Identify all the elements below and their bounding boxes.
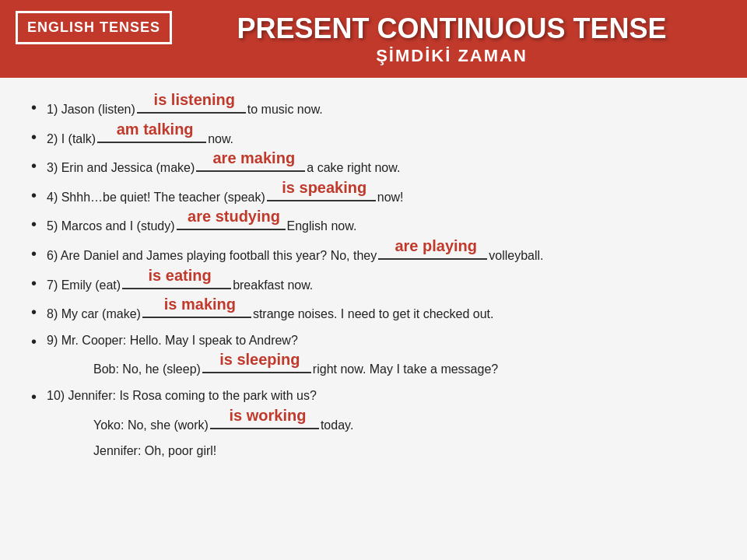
- sub-10-0-blank: is working: [210, 412, 319, 429]
- sentence-5-before: 5) Marcos and I (study): [47, 216, 175, 236]
- list-item-4: 4) Shhh…be quiet! The teacher (speak) is…: [31, 181, 724, 211]
- main-title: PRESENT CONTINUOUS TENSE: [172, 12, 731, 45]
- sentence-3-answer: are making: [212, 145, 295, 170]
- sub-line-9-0: Bob: No, he (sleep) is sleeping right no…: [31, 353, 724, 383]
- sentences-list: 1) Jason (listen) is listening to music …: [31, 93, 724, 464]
- sentence-7-answer: is eating: [149, 263, 212, 288]
- sentence-7-blank: is eating: [122, 272, 231, 289]
- header-center: PRESENT CONTINUOUS TENSE ŞİMDİKİ ZAMAN: [172, 12, 731, 65]
- sentence-6-after: volleyball.: [489, 246, 543, 266]
- sub-title: ŞİMDİKİ ZAMAN: [172, 46, 731, 66]
- sentence-4-answer: is speaking: [282, 175, 366, 200]
- sentence-3-before: 3) Erin and Jessica (make): [47, 158, 195, 178]
- sentence-5-blank: are studying: [177, 213, 286, 230]
- list-item-10: 10) Jennifer: Is Rosa coming to the park…: [31, 383, 724, 409]
- sub-line-10-0: Yoko: No, she (work) is working today.: [31, 409, 724, 439]
- sub-line-10-1: Jennifer: Oh, poor girl!: [31, 438, 724, 464]
- sentence-4-after: now!: [377, 187, 404, 208]
- sentence-6-blank: are playing: [378, 243, 487, 260]
- sentence-1-answer: is listening: [154, 87, 235, 112]
- english-tenses-label: ENGLISH TENSES: [16, 11, 172, 44]
- sentence-1-after: to music now.: [247, 100, 323, 120]
- sentence-7-after: breakfast now.: [233, 275, 313, 296]
- sentence-5-after: English now.: [287, 216, 357, 236]
- sentence-2-before: 2) I (talk): [47, 129, 96, 149]
- sentence-8-after: strange noises. I need to get it checked…: [253, 304, 494, 324]
- sub-9-0-after: right now. May I take a message?: [313, 359, 498, 380]
- sub-9-0-answer: is sleeping: [219, 347, 300, 372]
- content-area: 1) Jason (listen) is listening to music …: [0, 78, 747, 560]
- header: ENGLISH TENSES PRESENT CONTINUOUS TENSE …: [0, 0, 747, 78]
- sentence-3-blank: are making: [196, 155, 305, 172]
- list-item-2: 2) I (talk) am talking now.: [31, 123, 724, 152]
- list-item-3: 3) Erin and Jessica (make) are making a …: [31, 152, 724, 181]
- sentence-2-answer: am talking: [117, 117, 194, 142]
- sub-9-0-blank: is sleeping: [202, 356, 311, 373]
- list-item-9: 9) Mr. Cooper: Hello. May I speak to And…: [31, 327, 724, 354]
- sentence-8-blank: is making: [142, 301, 251, 318]
- sub-10-1-before: Jennifer: Oh, poor girl!: [93, 441, 216, 461]
- sub-9-0-before: Bob: No, he (sleep): [93, 359, 201, 380]
- sentence-7-before: 7) Emily (eat): [47, 275, 121, 296]
- list-item-5: 5) Marcos and I (study) are studying Eng…: [31, 210, 724, 240]
- sentence-1-blank: is listening: [137, 96, 246, 114]
- sentence-8-answer: is making: [164, 292, 236, 317]
- sub-10-0-after: today.: [321, 415, 353, 436]
- list-item-8: 8) My car (make) is making strange noise…: [31, 298, 724, 327]
- sentence-8-before: 8) My car (make): [47, 304, 141, 324]
- sentence-6-before: 6) Are Daniel and James playing football…: [47, 246, 377, 266]
- sentence-4-blank: is speaking: [267, 184, 376, 201]
- sub-10-0-answer: is working: [229, 403, 306, 428]
- list-item-6: 6) Are Daniel and James playing football…: [31, 240, 724, 269]
- sentence-5-answer: are studying: [188, 204, 280, 229]
- sentence-2-blank: am talking: [97, 126, 206, 143]
- sub-10-0-before: Yoko: No, she (work): [93, 415, 209, 436]
- list-item-7: 7) Emily (eat) is eating breakfast now.: [31, 269, 724, 299]
- sentence-6-answer: are playing: [395, 233, 477, 258]
